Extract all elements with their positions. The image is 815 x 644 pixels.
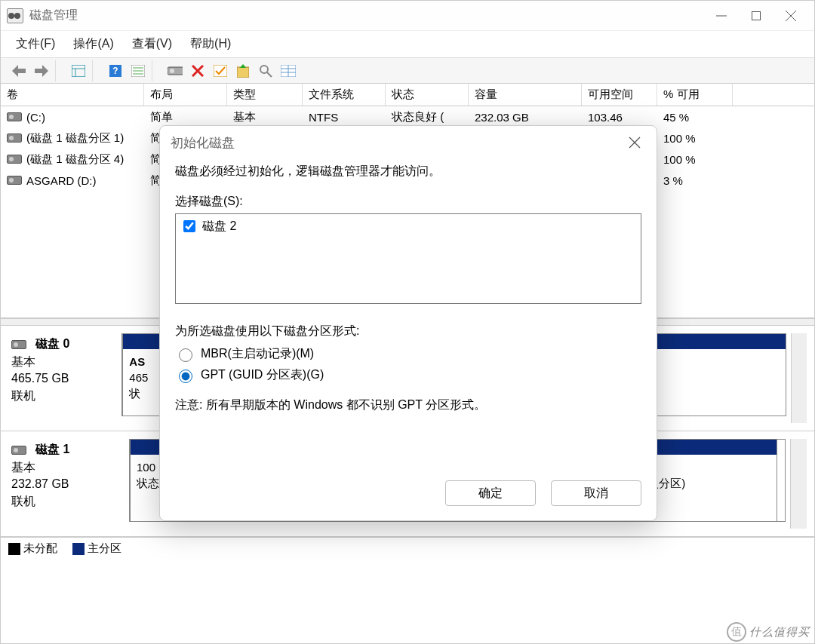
mbr-label: MBR(主启动记录)(M) [201,345,314,363]
mbr-radio[interactable] [179,348,192,362]
cancel-button[interactable]: 取消 [551,480,641,506]
partition-style-label: 为所选磁盘使用以下磁盘分区形式: [175,322,641,340]
select-disk-label: 选择磁盘(S): [175,192,641,210]
mbr-option[interactable]: MBR(主启动记录)(M) [175,345,641,363]
disk-management-window: 磁盘管理 文件(F) 操作(A) 查看(V) 帮助(H) ? [0,0,815,644]
disk-checkbox-row[interactable]: 磁盘 2 [180,217,636,235]
dialog-close-button[interactable] [623,131,646,154]
gpt-option[interactable]: GPT (GUID 分区表)(G) [175,366,641,384]
watermark: 值 什么值得买 [727,622,810,642]
gpt-note: 注意: 所有早期版本的 Windows 都不识别 GPT 分区形式。 [175,396,641,414]
dialog-message: 磁盘必须经过初始化，逻辑磁盘管理器才能访问。 [175,162,641,180]
dialog-title: 初始化磁盘 [171,134,235,152]
disk2-label: 磁盘 2 [202,217,236,235]
disk2-checkbox[interactable] [183,220,195,232]
partition-style-group: MBR(主启动记录)(M) GPT (GUID 分区表)(G) [175,345,641,384]
disk-select-list[interactable]: 磁盘 2 [175,213,641,304]
ok-button[interactable]: 确定 [445,480,536,506]
modal-overlay: 初始化磁盘 磁盘必须经过初始化，逻辑磁盘管理器才能访问。 选择磁盘(S): 磁盘… [1,1,814,643]
initialize-disk-dialog: 初始化磁盘 磁盘必须经过初始化，逻辑磁盘管理器才能访问。 选择磁盘(S): 磁盘… [159,125,657,521]
gpt-label: GPT (GUID 分区表)(G) [201,366,324,384]
gpt-radio[interactable] [179,370,192,383]
